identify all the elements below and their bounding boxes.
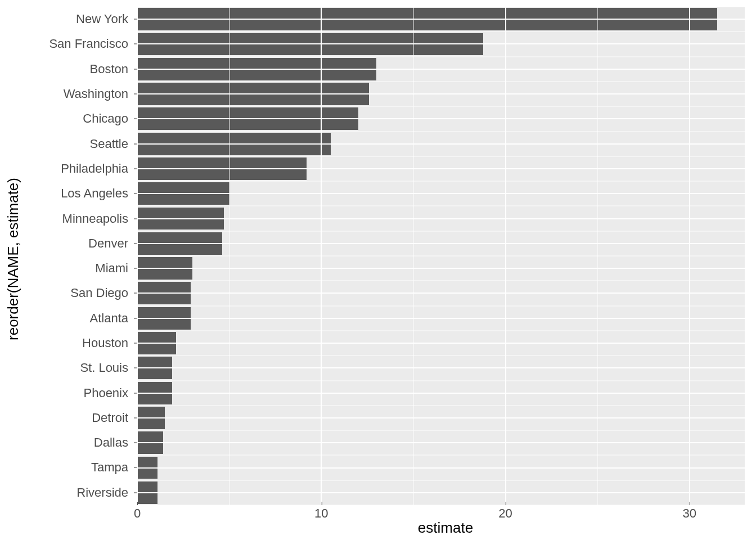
grid-h-minor — [137, 455, 745, 456]
chart-container: reorder(NAME, estimate) New YorkSan Fran… — [0, 0, 756, 540]
y-tick-label: Atlanta — [90, 311, 134, 326]
grid-h-minor — [137, 206, 745, 206]
y-tick-label: Chicago — [83, 111, 134, 126]
grid-h-major — [137, 442, 745, 443]
y-tick-label: Riverside — [76, 485, 134, 500]
grid-h-minor — [137, 81, 745, 82]
y-tick: Houston — [22, 331, 134, 356]
x-tick-label: 20 — [498, 506, 512, 520]
y-tick: San Diego — [22, 281, 134, 305]
grid-h-major — [137, 318, 745, 319]
grid-h-major — [137, 292, 745, 294]
y-tick-label: Miami — [95, 261, 134, 276]
y-tick: Chicago — [22, 106, 134, 131]
y-tick-label: Seattle — [90, 137, 134, 151]
x-tick-label: 30 — [683, 506, 696, 520]
y-tick-label: Los Angeles — [61, 186, 134, 201]
x-tick-mark — [690, 502, 690, 505]
y-tick: New York — [22, 7, 134, 32]
grid-h-minor — [137, 505, 745, 506]
y-tick-label: Detroit — [92, 411, 134, 425]
grid-h-minor — [137, 156, 745, 156]
y-axis-ticks: New YorkSan FranciscoBostonWashingtonChi… — [22, 7, 134, 505]
y-tick: Washington — [22, 82, 134, 106]
y-tick-label: Phoenix — [83, 386, 134, 400]
grid-h-major — [137, 193, 745, 194]
y-tick: Los Angeles — [22, 181, 134, 206]
y-tick: Miami — [22, 256, 134, 281]
x-tick: 0 — [134, 506, 141, 521]
x-tick-label: 10 — [314, 506, 328, 520]
y-axis-title: reorder(NAME, estimate) — [4, 0, 21, 518]
grid-h-major — [137, 43, 745, 44]
y-tick: Boston — [22, 57, 134, 82]
grid-h-major — [137, 492, 745, 493]
grid-h-minor — [137, 305, 745, 306]
y-tick: St. Louis — [22, 356, 134, 380]
y-tick-label: San Diego — [70, 286, 134, 300]
grid-h-minor — [137, 32, 745, 32]
grid-h-minor — [137, 181, 745, 182]
y-tick: Phoenix — [22, 380, 134, 405]
grid-h-major — [137, 19, 745, 20]
y-tick: Atlanta — [22, 306, 134, 331]
grid-h-minor — [137, 356, 745, 356]
y-tick-label: Philadelphia — [61, 161, 134, 176]
grid-h-major — [137, 467, 745, 469]
y-tick: Detroit — [22, 406, 134, 430]
grid-h-minor — [137, 231, 745, 231]
grid-h-minor — [137, 256, 745, 256]
y-tick-label: Boston — [90, 62, 134, 76]
grid-h-minor — [137, 330, 745, 331]
grid-h-major — [137, 69, 745, 70]
y-tick-label: Dallas — [94, 435, 134, 450]
x-axis-title: estimate — [146, 519, 745, 537]
grid-h-major — [137, 417, 745, 418]
grid-h-minor — [137, 131, 745, 132]
y-tick: Philadelphia — [22, 156, 134, 181]
grid-h-major — [137, 393, 745, 394]
y-tick-label: Minneapolis — [62, 212, 134, 226]
grid-h-major — [137, 268, 745, 269]
y-tick-label: New York — [76, 12, 134, 26]
grid-h-major — [137, 367, 745, 368]
grid-h-major — [137, 218, 745, 219]
grid-h-major — [137, 243, 745, 244]
x-tick-mark — [137, 502, 138, 505]
y-tick: Denver — [22, 231, 134, 256]
grid-h-minor — [137, 405, 745, 406]
grid-h-minor — [137, 56, 745, 57]
grid-h-minor — [137, 7, 745, 7]
x-tick-mark — [506, 502, 506, 505]
y-tick-label: Houston — [82, 336, 134, 350]
y-tick: Seattle — [22, 131, 134, 156]
y-tick: San Francisco — [22, 32, 134, 56]
y-tick-label: San Francisco — [49, 37, 134, 51]
x-tick-label: 0 — [134, 506, 141, 520]
plot-panel — [137, 7, 745, 505]
y-tick: Minneapolis — [22, 206, 134, 231]
y-tick-label: Tampa — [91, 460, 134, 475]
y-tick: Dallas — [22, 430, 134, 455]
grid-h-major — [137, 168, 745, 169]
grid-h-minor — [137, 106, 745, 107]
y-axis-title-text: reorder(NAME, estimate) — [4, 178, 22, 340]
y-tick-label: Washington — [64, 87, 134, 101]
grid-h-major — [137, 343, 745, 344]
grid-h-major — [137, 93, 745, 94]
grid-h-major — [137, 143, 745, 145]
y-tick-label: Denver — [88, 236, 134, 251]
y-tick-label: St. Louis — [80, 361, 134, 375]
grid-h-minor — [137, 380, 745, 381]
grid-h-minor — [137, 281, 745, 281]
y-tick: Tampa — [22, 455, 134, 480]
y-tick: Riverside — [22, 480, 134, 505]
grid-h-minor — [137, 430, 745, 431]
x-tick-mark — [321, 502, 322, 505]
grid-h-major — [137, 118, 745, 119]
grid-h-minor — [137, 480, 745, 480]
